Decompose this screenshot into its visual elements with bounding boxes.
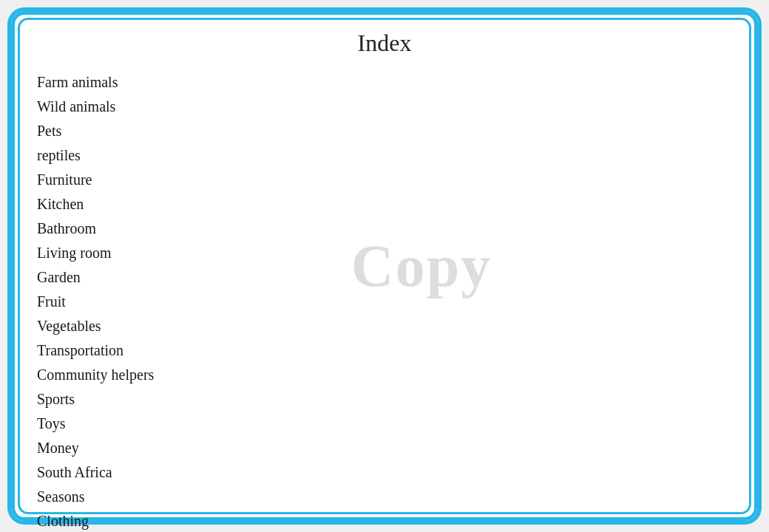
list-item: Bathroom — [37, 216, 154, 241]
watermark: Copy — [351, 233, 492, 300]
list-item: Seasons — [37, 485, 154, 509]
list-item: Community helpers — [37, 363, 154, 387]
list-item: reptiles — [37, 143, 154, 168]
list-item: South Africa — [37, 460, 154, 485]
list-item: Pets — [37, 119, 154, 143]
list-item: Money — [37, 436, 154, 460]
list-item: Wild animals — [37, 95, 154, 119]
list-item: Furniture — [37, 168, 154, 192]
index-list: Farm animalsWild animalsPetsreptilesFurn… — [37, 70, 154, 532]
list-item: Sports — [37, 387, 154, 412]
list-item: Transportation — [37, 338, 154, 363]
list-item: Toys — [37, 412, 154, 436]
list-item: Kitchen — [37, 192, 154, 216]
list-item: Farm animals — [37, 70, 154, 95]
list-item: Clothing — [37, 509, 154, 532]
list-item: Garden — [37, 265, 154, 290]
list-item: Living room — [37, 241, 154, 265]
index-page: Index Farm animalsWild animalsPetsreptil… — [11, 11, 758, 521]
page-title: Index — [15, 15, 754, 64]
list-item: Fruit — [37, 290, 154, 314]
list-item: Vegetables — [37, 314, 154, 338]
